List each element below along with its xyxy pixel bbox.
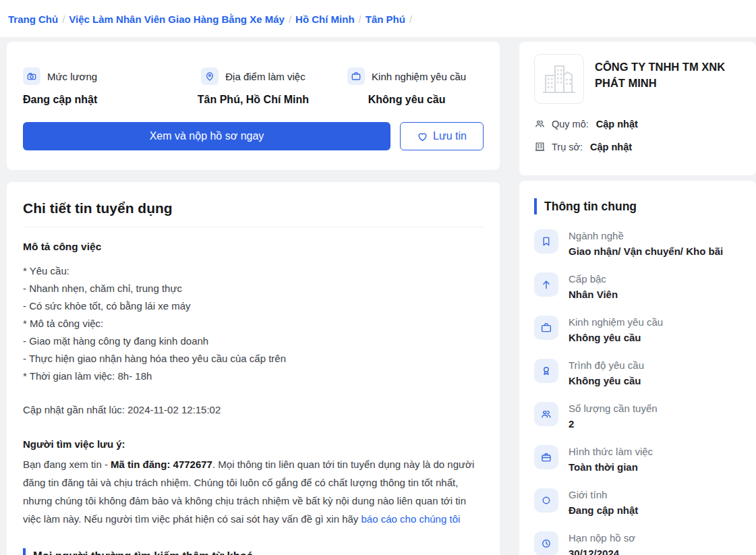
details-title: Chi tiết tin tuyển dụng (23, 200, 484, 227)
info-label: Hạn nộp hồ sơ (569, 531, 635, 544)
breadcrumb-home-link[interactable]: Trang Chủ (8, 13, 58, 25)
info-item-industry: Ngành nghề Giao nhận/ Vận chuyển/ Kho bã… (534, 229, 741, 258)
salary-value: Đang cập nhật (23, 94, 177, 106)
experience-value: Không yêu cầu (330, 94, 484, 106)
users-icon (534, 118, 546, 129)
info-label: Trình độ yêu cầu (569, 359, 644, 372)
notice-title: Người tìm việc lưu ý: (23, 438, 484, 450)
description-line: - Thực hiện giao nhận hàng hóa theo yêu … (23, 350, 484, 368)
info-value: Đang cập nhật (569, 504, 638, 517)
info-item-work-type: Hình thức làm việc Toàn thời gian (534, 445, 741, 473)
company-card: CÔNG TY TNHH TM XNK PHÁT MINH Quy mô: Cậ… (519, 42, 756, 175)
info-value: Giao nhận/ Vận chuyển/ Kho bãi (569, 245, 723, 258)
description-line: - Có sức khỏe tốt, có bằng lái xe máy (23, 297, 484, 315)
info-label: Ngành nghề (569, 229, 723, 242)
breadcrumb: Trang Chủ/Việc Làm Nhân Viên Giao Hàng B… (0, 0, 756, 25)
company-hq-value: Cập nhật (590, 142, 632, 152)
location-icon (201, 67, 219, 85)
company-hq-label: Trụ sở: (552, 142, 583, 152)
bookmark-icon (534, 229, 558, 254)
general-info-card: Thông tin chung Ngành nghề Giao nhận/ Vậ… (519, 181, 756, 555)
info-item-gender: Giới tính Đang cập nhật (534, 488, 741, 517)
info-item-level: Cấp bậc Nhân Viên (534, 272, 741, 301)
notice-prefix: Bạn đang xem tin - (23, 459, 111, 470)
breadcrumb-city-link[interactable]: Hồ Chí Minh (295, 13, 354, 25)
sidebar: CÔNG TY TNHH TM XNK PHÁT MINH Quy mô: Cậ… (519, 42, 756, 555)
users-icon (534, 402, 558, 426)
info-label: Kinh nghiệm yêu cầu (569, 316, 663, 328)
info-value: Toàn thời gian (569, 461, 653, 473)
info-value: 30/12/2024 (569, 547, 635, 555)
save-job-button[interactable]: Lưu tin (400, 122, 484, 150)
info-item-quantity: Số lượng cần tuyển 2 (534, 402, 741, 430)
buildings-icon (542, 61, 577, 96)
arrow-up-icon (534, 272, 558, 297)
breadcrumb-separator: / (289, 13, 291, 25)
breadcrumb-job-link[interactable]: Việc Làm Nhân Viên Giao Hàng Bằng Xe Máy (69, 13, 285, 25)
description-line: * Yêu cầu: (23, 262, 484, 280)
company-size-value: Cập nhật (596, 119, 638, 129)
summary-location: Địa điểm làm việc Tân Phú, Hồ Chí Minh (177, 67, 330, 106)
info-value: 2 (569, 417, 658, 430)
company-hq-row: Trụ sở: Cập nhật (534, 141, 741, 152)
action-buttons-row: Xem và nộp hồ sơ ngay Lưu tin (23, 122, 484, 150)
save-job-label: Lưu tin (433, 130, 467, 142)
deadline-clock-icon (534, 531, 558, 555)
experience-icon (347, 67, 365, 85)
info-label: Cấp bậc (569, 272, 618, 285)
general-info-title: Thông tin chung (534, 198, 741, 214)
company-name[interactable]: CÔNG TY TNHH TM XNK PHÁT MINH (595, 54, 741, 104)
description-lines: * Yêu cầu: - Nhanh nhẹn, chăm chỉ, trung… (23, 262, 484, 385)
info-value: Không yêu cầu (569, 331, 663, 344)
job-details-card: Chi tiết tin tuyển dụng Mô tả công việc … (7, 182, 500, 555)
summary-experience: Kinh nghiệm yêu cầu Không yêu cầu (330, 67, 484, 106)
description-line: * Thời gian làm việc: 8h- 18h (23, 368, 484, 385)
salary-icon (23, 67, 40, 85)
company-logo (534, 54, 584, 104)
building-icon (534, 141, 546, 152)
breadcrumb-separator: / (409, 13, 412, 25)
apply-button[interactable]: Xem và nộp hồ sơ ngay (23, 122, 390, 150)
description-line: - Giao mặt hàng công ty đang kinh doanh (23, 332, 484, 350)
briefcase-icon (534, 316, 558, 340)
location-value: Tân Phú, Hồ Chí Minh (177, 94, 330, 106)
job-summary-card: Mức lương Đang cập nhật Địa điểm làm việ… (7, 42, 500, 170)
notice-paragraph: Bạn đang xem tin - Mã tin đăng: 4772677.… (23, 455, 484, 528)
report-link[interactable]: báo cáo cho chúng tôi (361, 513, 461, 525)
gender-icon (534, 488, 558, 513)
job-summary-row: Mức lương Đang cập nhật Địa điểm làm việ… (23, 67, 484, 106)
salary-label: Mức lương (47, 71, 97, 82)
info-item-experience: Kinh nghiệm yêu cầu Không yêu cầu (534, 316, 741, 344)
breadcrumb-separator: / (62, 13, 65, 25)
company-size-label: Quy mô: (552, 119, 589, 129)
description-line: - Nhanh nhẹn, chăm chỉ, trung thực (23, 280, 484, 297)
info-value: Không yêu cầu (569, 374, 644, 387)
breadcrumb-district-link[interactable]: Tân Phú (366, 13, 405, 25)
info-item-deadline: Hạn nộp hồ sơ 30/12/2024 (534, 531, 741, 555)
work-type-icon (534, 445, 558, 469)
experience-label: Kinh nghiệm yêu cầu (372, 71, 466, 82)
summary-salary: Mức lương Đang cập nhật (23, 67, 177, 106)
breadcrumb-separator: / (359, 13, 361, 25)
info-label: Giới tính (569, 488, 638, 501)
info-label: Số lượng cần tuyển (569, 402, 658, 415)
location-label: Địa điểm làm việc (225, 71, 305, 82)
main-column: Mức lương Đang cập nhật Địa điểm làm việ… (7, 42, 500, 555)
company-size-row: Quy mô: Cập nhật (534, 118, 741, 129)
description-section-title: Mô tả công việc (23, 241, 484, 253)
medal-icon (534, 359, 558, 383)
job-post-code: Mã tin đăng: 4772677 (111, 459, 212, 470)
heart-icon (417, 131, 428, 142)
description-line: * Mô tả công việc: (23, 315, 484, 332)
info-label: Hình thức làm việc (569, 445, 653, 458)
info-value: Nhân Viên (569, 288, 618, 301)
last-updated-text: Cập nhật gần nhất lúc: 2024-11-02 12:15:… (23, 404, 484, 415)
breadcrumb-bar: Trang Chủ/Việc Làm Nhân Viên Giao Hàng B… (0, 0, 756, 37)
keywords-section-title: Mọi người thường tìm kiếm thêm từ khoá (23, 548, 484, 555)
info-item-education: Trình độ yêu cầu Không yêu cầu (534, 359, 741, 387)
